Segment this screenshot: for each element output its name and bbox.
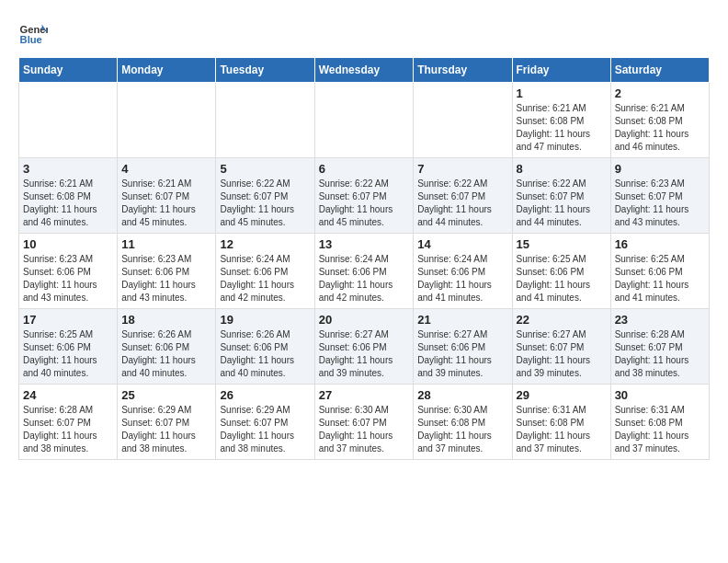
day-info: Sunrise: 6:22 AM Sunset: 6:07 PM Dayligh… xyxy=(220,178,310,229)
day-number: 18 xyxy=(121,313,211,327)
day-info: Sunrise: 6:22 AM Sunset: 6:07 PM Dayligh… xyxy=(319,178,410,229)
calendar-cell: 18Sunrise: 6:26 AM Sunset: 6:06 PM Dayli… xyxy=(118,309,216,385)
calendar-cell xyxy=(314,83,414,158)
calendar-cell: 22Sunrise: 6:27 AM Sunset: 6:07 PM Dayli… xyxy=(512,309,610,385)
day-info: Sunrise: 6:31 AM Sunset: 6:08 PM Dayligh… xyxy=(517,404,607,455)
svg-text:Blue: Blue xyxy=(20,34,42,45)
day-number: 10 xyxy=(23,237,113,251)
day-number: 28 xyxy=(417,388,507,402)
day-number: 2 xyxy=(615,86,705,100)
logo-icon: General Blue xyxy=(18,18,48,48)
day-header-tuesday: Tuesday xyxy=(216,58,314,83)
day-info: Sunrise: 6:21 AM Sunset: 6:08 PM Dayligh… xyxy=(23,178,113,229)
day-number: 15 xyxy=(517,237,607,251)
day-info: Sunrise: 6:22 AM Sunset: 6:07 PM Dayligh… xyxy=(517,178,607,229)
calendar-cell: 28Sunrise: 6:30 AM Sunset: 6:08 PM Dayli… xyxy=(414,385,512,460)
day-info: Sunrise: 6:23 AM Sunset: 6:06 PM Dayligh… xyxy=(121,253,211,304)
day-info: Sunrise: 6:24 AM Sunset: 6:06 PM Dayligh… xyxy=(220,253,310,304)
day-info: Sunrise: 6:25 AM Sunset: 6:06 PM Dayligh… xyxy=(615,253,705,304)
calendar-body: 1Sunrise: 6:21 AM Sunset: 6:08 PM Daylig… xyxy=(19,83,710,460)
day-number: 6 xyxy=(319,162,410,176)
day-info: Sunrise: 6:28 AM Sunset: 6:07 PM Dayligh… xyxy=(23,404,113,455)
calendar-cell: 19Sunrise: 6:26 AM Sunset: 6:06 PM Dayli… xyxy=(216,309,314,385)
day-number: 27 xyxy=(319,388,410,402)
day-info: Sunrise: 6:27 AM Sunset: 6:06 PM Dayligh… xyxy=(319,328,410,380)
calendar-cell: 21Sunrise: 6:27 AM Sunset: 6:06 PM Dayli… xyxy=(414,309,512,385)
day-info: Sunrise: 6:21 AM Sunset: 6:07 PM Dayligh… xyxy=(121,178,211,229)
calendar-cell: 5Sunrise: 6:22 AM Sunset: 6:07 PM Daylig… xyxy=(216,158,314,234)
day-number: 17 xyxy=(23,313,113,327)
calendar-cell: 12Sunrise: 6:24 AM Sunset: 6:06 PM Dayli… xyxy=(216,234,314,309)
calendar-cell: 24Sunrise: 6:28 AM Sunset: 6:07 PM Dayli… xyxy=(19,385,118,460)
logo: General Blue xyxy=(18,18,48,48)
day-number: 20 xyxy=(319,313,410,327)
day-info: Sunrise: 6:21 AM Sunset: 6:08 PM Dayligh… xyxy=(517,102,607,154)
day-header-thursday: Thursday xyxy=(414,58,512,83)
day-info: Sunrise: 6:29 AM Sunset: 6:07 PM Dayligh… xyxy=(121,404,211,455)
day-info: Sunrise: 6:28 AM Sunset: 6:07 PM Dayligh… xyxy=(615,328,705,380)
calendar-header: SundayMondayTuesdayWednesdayThursdayFrid… xyxy=(19,58,710,83)
calendar-cell: 23Sunrise: 6:28 AM Sunset: 6:07 PM Dayli… xyxy=(610,309,709,385)
day-info: Sunrise: 6:30 AM Sunset: 6:07 PM Dayligh… xyxy=(319,404,410,455)
day-number: 7 xyxy=(417,162,507,176)
calendar-cell: 14Sunrise: 6:24 AM Sunset: 6:06 PM Dayli… xyxy=(414,234,512,309)
calendar-cell: 15Sunrise: 6:25 AM Sunset: 6:06 PM Dayli… xyxy=(512,234,610,309)
calendar-cell: 26Sunrise: 6:29 AM Sunset: 6:07 PM Dayli… xyxy=(216,385,314,460)
day-number: 29 xyxy=(517,388,607,402)
day-info: Sunrise: 6:22 AM Sunset: 6:07 PM Dayligh… xyxy=(417,178,507,229)
day-number: 14 xyxy=(417,237,507,251)
day-number: 23 xyxy=(615,313,705,327)
day-number: 25 xyxy=(121,388,211,402)
calendar-cell: 7Sunrise: 6:22 AM Sunset: 6:07 PM Daylig… xyxy=(414,158,512,234)
day-number: 11 xyxy=(121,237,211,251)
day-info: Sunrise: 6:29 AM Sunset: 6:07 PM Dayligh… xyxy=(220,404,310,455)
day-number: 12 xyxy=(220,237,310,251)
day-number: 5 xyxy=(220,162,310,176)
day-info: Sunrise: 6:27 AM Sunset: 6:07 PM Dayligh… xyxy=(517,328,607,380)
day-info: Sunrise: 6:25 AM Sunset: 6:06 PM Dayligh… xyxy=(23,328,113,380)
calendar-cell: 27Sunrise: 6:30 AM Sunset: 6:07 PM Dayli… xyxy=(314,385,414,460)
day-info: Sunrise: 6:23 AM Sunset: 6:07 PM Dayligh… xyxy=(615,178,705,229)
calendar-cell: 4Sunrise: 6:21 AM Sunset: 6:07 PM Daylig… xyxy=(118,158,216,234)
calendar-cell: 20Sunrise: 6:27 AM Sunset: 6:06 PM Dayli… xyxy=(314,309,414,385)
day-header-wednesday: Wednesday xyxy=(314,58,414,83)
day-number: 1 xyxy=(517,86,607,100)
calendar-cell: 11Sunrise: 6:23 AM Sunset: 6:06 PM Dayli… xyxy=(118,234,216,309)
day-number: 4 xyxy=(121,162,211,176)
calendar-cell: 29Sunrise: 6:31 AM Sunset: 6:08 PM Dayli… xyxy=(512,385,610,460)
day-number: 3 xyxy=(23,162,113,176)
calendar-cell xyxy=(216,83,314,158)
page-header: General Blue xyxy=(18,18,710,48)
day-header-sunday: Sunday xyxy=(19,58,118,83)
day-info: Sunrise: 6:25 AM Sunset: 6:06 PM Dayligh… xyxy=(517,253,607,304)
calendar-cell: 30Sunrise: 6:31 AM Sunset: 6:08 PM Dayli… xyxy=(610,385,709,460)
calendar-cell: 8Sunrise: 6:22 AM Sunset: 6:07 PM Daylig… xyxy=(512,158,610,234)
day-number: 8 xyxy=(517,162,607,176)
day-number: 9 xyxy=(615,162,705,176)
calendar-cell: 25Sunrise: 6:29 AM Sunset: 6:07 PM Dayli… xyxy=(118,385,216,460)
day-info: Sunrise: 6:31 AM Sunset: 6:08 PM Dayligh… xyxy=(615,404,705,455)
day-number: 21 xyxy=(417,313,507,327)
day-info: Sunrise: 6:30 AM Sunset: 6:08 PM Dayligh… xyxy=(417,404,507,455)
calendar-cell: 2Sunrise: 6:21 AM Sunset: 6:08 PM Daylig… xyxy=(610,83,709,158)
calendar-cell xyxy=(414,83,512,158)
calendar-cell: 9Sunrise: 6:23 AM Sunset: 6:07 PM Daylig… xyxy=(610,158,709,234)
day-number: 26 xyxy=(220,388,310,402)
day-info: Sunrise: 6:26 AM Sunset: 6:06 PM Dayligh… xyxy=(121,328,211,380)
day-info: Sunrise: 6:23 AM Sunset: 6:06 PM Dayligh… xyxy=(23,253,113,304)
calendar-cell: 16Sunrise: 6:25 AM Sunset: 6:06 PM Dayli… xyxy=(610,234,709,309)
day-number: 19 xyxy=(220,313,310,327)
day-number: 30 xyxy=(615,388,705,402)
day-header-saturday: Saturday xyxy=(610,58,709,83)
calendar-cell: 17Sunrise: 6:25 AM Sunset: 6:06 PM Dayli… xyxy=(19,309,118,385)
day-info: Sunrise: 6:24 AM Sunset: 6:06 PM Dayligh… xyxy=(319,253,410,304)
day-number: 24 xyxy=(23,388,113,402)
day-number: 22 xyxy=(517,313,607,327)
calendar-cell xyxy=(118,83,216,158)
day-info: Sunrise: 6:21 AM Sunset: 6:08 PM Dayligh… xyxy=(615,102,705,154)
calendar-cell: 6Sunrise: 6:22 AM Sunset: 6:07 PM Daylig… xyxy=(314,158,414,234)
day-header-monday: Monday xyxy=(118,58,216,83)
day-info: Sunrise: 6:27 AM Sunset: 6:06 PM Dayligh… xyxy=(417,328,507,380)
calendar-cell xyxy=(19,83,118,158)
day-number: 13 xyxy=(319,237,410,251)
